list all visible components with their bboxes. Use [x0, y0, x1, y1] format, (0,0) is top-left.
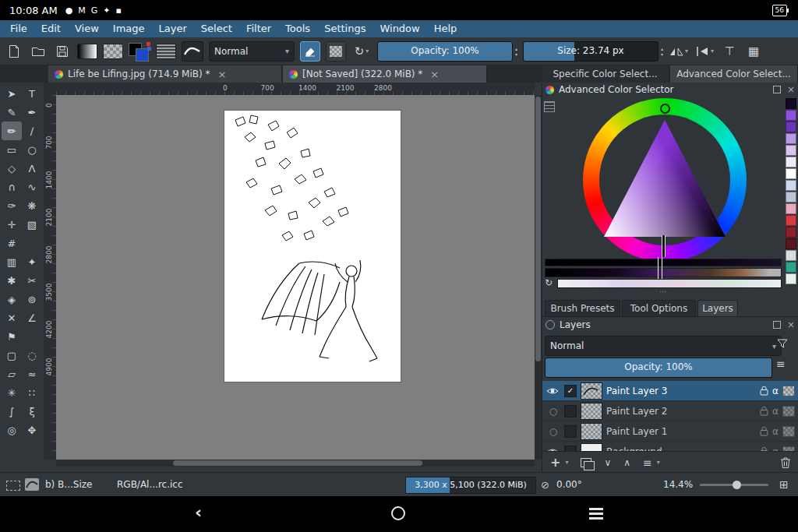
layer-filter-icon[interactable]	[776, 337, 789, 350]
menu-tools[interactable]: Tools	[278, 20, 317, 37]
inherit-alpha-icon[interactable]	[782, 386, 795, 396]
vertical-scrollbar[interactable]	[535, 95, 542, 460]
menu-view[interactable]: View	[68, 20, 106, 37]
trim-canvas-icon[interactable]: ⊤	[720, 42, 739, 61]
history-swatch-11[interactable]	[786, 227, 796, 238]
similar-select-tool[interactable]: ∷	[22, 383, 42, 402]
freehand-brush-tool[interactable]: ✏	[2, 122, 22, 140]
scrollbar-thumb[interactable]	[173, 460, 422, 466]
chevron-down-icon[interactable]: ▾	[657, 459, 660, 466]
brush-settings-icon[interactable]	[156, 44, 176, 59]
move-layer-up-button[interactable]: ∧	[623, 457, 630, 468]
layer-blend-mode-combobox[interactable]: Normal ▾	[545, 336, 782, 356]
freehand-select-tool[interactable]: ≈	[22, 365, 42, 383]
alpha-lock-icon[interactable]: α	[772, 386, 779, 396]
canvas-rotation-label[interactable]: 0.00°	[556, 479, 582, 490]
line-tool[interactable]: ∕	[22, 122, 42, 140]
zoom-level-label[interactable]: 14.4%	[663, 479, 693, 490]
history-swatch-8[interactable]	[786, 192, 796, 203]
zoom-slider[interactable]	[700, 484, 768, 486]
zoom-slider-handle[interactable]	[733, 481, 741, 489]
canvas-page[interactable]	[224, 111, 401, 382]
reset-colors-icon[interactable]	[147, 42, 150, 46]
history-swatch-1[interactable]	[786, 110, 796, 121]
close-icon[interactable]: ×	[787, 319, 795, 330]
layer-checkbox[interactable]	[564, 405, 577, 417]
menu-edit[interactable]: Edit	[34, 20, 68, 37]
move-tool[interactable]: ✛	[2, 215, 22, 234]
doc-tab-2[interactable]: [Not Saved] (322.0 MiB) * ×	[283, 65, 487, 83]
layer-row[interactable]: ○ Paint Layer 2 α	[542, 401, 798, 421]
size-spinner[interactable]: ▴ ▾	[661, 46, 663, 57]
pattern-chooser-icon[interactable]	[103, 44, 123, 59]
shade-strip-3[interactable]	[557, 279, 782, 288]
visibility-eye-icon[interactable]	[546, 386, 560, 396]
eraser-mode-button[interactable]	[300, 41, 320, 62]
layer-row[interactable]: ✓ Paint Layer 3 α	[542, 381, 798, 401]
fill-tool[interactable]: ◈	[2, 290, 22, 308]
shade-strip-1[interactable]	[545, 259, 782, 266]
pan-tool[interactable]: ✥	[22, 421, 42, 439]
history-swatch-9[interactable]	[786, 203, 796, 214]
opacity-slider[interactable]: Opacity: 100%	[377, 41, 513, 62]
shade-selector-settings-icon[interactable]	[544, 101, 555, 112]
history-swatch-4[interactable]	[786, 145, 796, 156]
assistants-tool[interactable]: ✕	[2, 308, 22, 327]
menu-file[interactable]: File	[3, 20, 34, 37]
new-document-icon[interactable]	[5, 42, 23, 61]
spin-up-icon[interactable]: ▴	[515, 46, 517, 51]
refresh-shades-icon[interactable]: ↻	[545, 277, 553, 288]
menu-window[interactable]: Window	[373, 20, 426, 37]
gradient-chooser-icon[interactable]	[77, 44, 97, 59]
doc-tab-1[interactable]: Life be Lifing.jpg (714.9 MiB) * ×	[48, 65, 282, 83]
close-icon[interactable]: ×	[218, 69, 227, 80]
brush-name-label[interactable]: b) B...Size	[45, 479, 92, 490]
history-swatch-7[interactable]	[786, 180, 796, 191]
history-swatch-3[interactable]	[786, 133, 796, 144]
gradient-tool[interactable]: ▥	[2, 252, 22, 271]
transform-tool[interactable]: ▧	[22, 215, 42, 234]
float-docker-icon[interactable]	[773, 321, 781, 329]
foreground-background-colors[interactable]	[129, 42, 150, 61]
bezier-curve-tool[interactable]: ∩	[2, 178, 22, 196]
hue-marker[interactable]	[662, 235, 666, 257]
layer-row[interactable]: Background α	[542, 442, 798, 451]
home-icon[interactable]	[391, 506, 405, 520]
menu-help[interactable]: Help	[427, 20, 464, 37]
close-icon[interactable]: ×	[787, 84, 795, 95]
history-swatch-6[interactable]	[786, 168, 796, 179]
spin-up-icon[interactable]: ▴	[661, 46, 663, 51]
history-swatch-15[interactable]	[786, 273, 796, 284]
ellipse-select-tool[interactable]: ◌	[22, 346, 42, 365]
swap-colors-icon[interactable]	[147, 47, 151, 51]
move-layer-down-button[interactable]: ∨	[604, 457, 611, 468]
history-swatch-0[interactable]	[786, 98, 796, 109]
dynamic-brush-tool[interactable]: ✑	[2, 196, 22, 215]
scrollbar-thumb[interactable]	[535, 97, 541, 361]
chevron-down-icon[interactable]: ▾	[565, 459, 568, 466]
history-swatch-13[interactable]	[786, 250, 796, 261]
save-icon[interactable]	[53, 42, 72, 61]
reference-images-tool[interactable]: ⚑	[2, 327, 22, 346]
multibrush-tool[interactable]: ❋	[22, 196, 42, 215]
bezier-select-tool[interactable]: ∫	[2, 402, 22, 421]
horizontal-scrollbar[interactable]	[56, 460, 535, 467]
fit-canvas-icon[interactable]: ⊞	[779, 478, 789, 491]
inherit-alpha-icon[interactable]	[782, 426, 795, 437]
tab-specific-color-selector[interactable]: Specific Color Select...	[542, 65, 669, 83]
open-document-icon[interactable]	[29, 42, 48, 61]
lock-icon[interactable]	[760, 386, 768, 396]
mirror-horizontal-button[interactable]: ▾	[669, 41, 689, 62]
history-swatch-10[interactable]	[786, 215, 796, 226]
visibility-eye-icon[interactable]: ○	[546, 406, 560, 417]
preserve-alpha-button[interactable]	[326, 41, 346, 62]
workspace-chooser-icon[interactable]: ▦	[744, 42, 763, 61]
magnetic-select-tool[interactable]: ξ	[22, 402, 42, 421]
rect-select-tool[interactable]: ▢	[2, 346, 22, 365]
tab-tool-options[interactable]: Tool Options	[622, 300, 696, 316]
mirror-vertical-button[interactable]: ▾	[694, 41, 715, 62]
layer-row[interactable]: ○ Paint Layer 1 α	[542, 421, 798, 442]
lock-icon[interactable]	[760, 406, 768, 416]
tab-brush-presets[interactable]: Brush Presets	[545, 300, 620, 316]
polyline-tool[interactable]: Λ	[22, 159, 42, 178]
